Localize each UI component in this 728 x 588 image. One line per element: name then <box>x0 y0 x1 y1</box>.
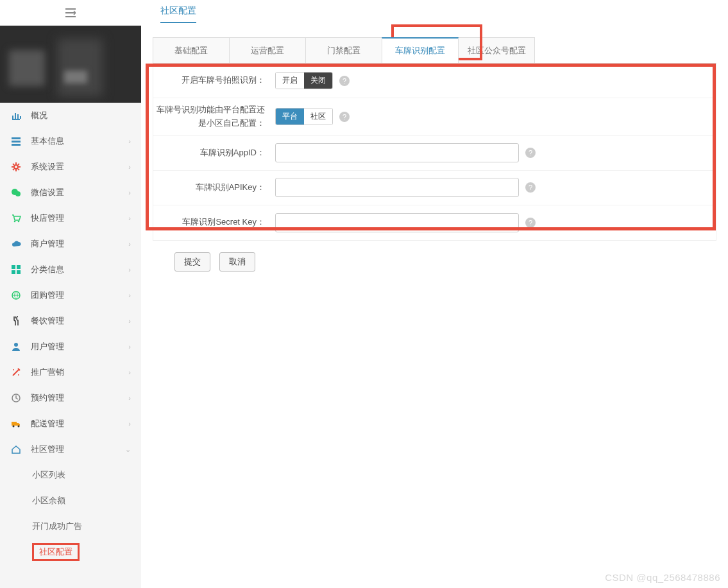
sidebar-item-2[interactable]: 系统设置› <box>0 154 141 180</box>
cart-icon <box>10 212 22 224</box>
chevron-right-icon: › <box>128 240 131 248</box>
svg-point-19 <box>18 426 20 428</box>
svg-rect-2 <box>12 144 21 146</box>
sidebar-item-9[interactable]: 用户管理› <box>0 334 141 359</box>
tab-0[interactable]: 基础配置 <box>153 37 230 63</box>
sidebar-item-1[interactable]: 基本信息› <box>0 128 141 154</box>
menu-collapse-icon <box>65 8 76 17</box>
sidebar-subitem-2[interactable]: 开门成功广告 <box>0 514 141 539</box>
wechat-icon <box>10 187 22 198</box>
tab-4[interactable]: 社区公众号配置 <box>458 37 535 63</box>
sidebar-collapse-toggle[interactable] <box>0 0 141 26</box>
input-apikey[interactable] <box>275 178 519 197</box>
list-icon <box>10 135 22 147</box>
sidebar-subitem-label: 开门成功广告 <box>32 521 82 532</box>
toggle-on-button[interactable]: 开启 <box>276 73 304 89</box>
svg-rect-17 <box>12 422 17 426</box>
main-content: 社区配置 基础配置运营配置门禁配置车牌识别配置社区公众号配置 开启车牌号拍照识别… <box>141 0 728 588</box>
sidebar-item-label: 预约管理 <box>31 392 128 404</box>
toggle-enable-recognition[interactable]: 开启 关闭 <box>275 72 333 89</box>
row-config-source: 车牌号识别功能由平台配置还是小区自己配置： 平台 社区 ? <box>153 98 716 136</box>
chevron-down-icon: ⌄ <box>125 445 131 454</box>
tab-3[interactable]: 车牌识别配置 <box>382 37 459 63</box>
svg-rect-8 <box>12 265 15 269</box>
label-secretkey: 车牌识别Secret Key： <box>153 216 269 229</box>
sidebar-item-label: 基本信息 <box>31 135 128 147</box>
gear-icon <box>10 161 22 173</box>
label-enable-recognition: 开启车牌号拍照识别： <box>153 74 269 87</box>
svg-point-18 <box>13 426 15 428</box>
sidebar-subitem-0[interactable]: 小区列表 <box>0 462 141 488</box>
help-icon[interactable]: ? <box>525 148 536 158</box>
breadcrumb: 社区配置 <box>141 0 728 26</box>
label-config-source: 车牌号识别功能由平台配置还是小区自己配置： <box>153 103 269 130</box>
label-apikey: 车牌识别APIKey： <box>153 181 269 195</box>
sidebar-item-5[interactable]: 商户管理› <box>0 231 141 257</box>
tab-2[interactable]: 门禁配置 <box>305 37 382 63</box>
toggle-off-button[interactable]: 关闭 <box>304 73 332 89</box>
sidebar-item-label: 快店管理 <box>31 212 128 224</box>
user-icon <box>10 341 22 352</box>
svg-point-13 <box>14 343 18 347</box>
tab-1[interactable]: 运营配置 <box>229 37 306 63</box>
truck-icon <box>10 418 22 429</box>
sidebar-item-label: 概况 <box>31 110 131 121</box>
sidebar-subitem-1[interactable]: 小区余额 <box>0 488 141 514</box>
cancel-button[interactable]: 取消 <box>219 252 255 272</box>
sidebar-item-10[interactable]: 推广营销› <box>0 359 141 385</box>
sidebar-subitem-label: 小区列表 <box>32 469 65 481</box>
sidebar-item-4[interactable]: 快店管理› <box>0 205 141 231</box>
help-icon[interactable]: ? <box>339 76 350 86</box>
form-actions: 提交 取消 <box>153 241 716 272</box>
chevron-right-icon: › <box>128 394 131 402</box>
svg-point-5 <box>15 191 21 196</box>
toggle-platform-button[interactable]: 平台 <box>276 108 304 125</box>
row-appid: 车牌识别AppID： ? <box>153 136 716 171</box>
input-appid[interactable] <box>275 143 519 162</box>
sidebar-item-label: 推广营销 <box>31 367 128 378</box>
sidebar-subitem-3[interactable]: 社区配置 <box>0 539 141 565</box>
sidebar-item-label: 配送管理 <box>31 418 128 429</box>
label-appid: 车牌识别AppID： <box>153 146 269 160</box>
sidebar-item-12[interactable]: 配送管理› <box>0 411 141 437</box>
wand-icon <box>10 367 22 378</box>
help-icon[interactable]: ? <box>525 218 536 228</box>
sidebar-item-0[interactable]: 概况 <box>0 103 141 128</box>
profile-panel <box>0 26 141 103</box>
breadcrumb-title[interactable]: 社区配置 <box>160 5 196 23</box>
sidebar-subitem-label: 小区余额 <box>32 495 65 506</box>
home-icon <box>10 444 22 455</box>
avatar <box>9 50 45 86</box>
sidebar-item-7[interactable]: 团购管理› <box>0 282 141 308</box>
sidebar-item-label: 微信设置 <box>31 187 128 198</box>
chevron-right-icon: › <box>128 214 131 222</box>
chevron-right-icon: › <box>128 189 131 196</box>
sidebar-item-label: 用户管理 <box>31 341 128 352</box>
row-secretkey: 车牌识别Secret Key： ? <box>153 205 716 240</box>
chevron-right-icon: › <box>128 291 131 299</box>
chevron-right-icon: › <box>128 420 131 428</box>
sidebar-item-6[interactable]: 分类信息› <box>0 257 141 282</box>
sidebar-subitem-label: 社区配置 <box>32 543 80 561</box>
chevron-right-icon: › <box>128 343 131 350</box>
sidebar-item-label: 社区管理 <box>31 444 125 455</box>
sidebar-item-3[interactable]: 微信设置› <box>0 180 141 205</box>
help-icon[interactable]: ? <box>339 112 350 122</box>
submit-button[interactable]: 提交 <box>174 252 210 272</box>
sidebar-item-label: 餐饮管理 <box>31 315 128 327</box>
toggle-community-button[interactable]: 社区 <box>304 108 332 125</box>
sidebar-item-8[interactable]: 餐饮管理› <box>0 308 141 334</box>
grid-icon <box>10 264 22 275</box>
svg-point-7 <box>18 221 20 223</box>
watermark: CSDN @qq_2568478886 <box>605 572 720 583</box>
sidebar-item-11[interactable]: 预约管理› <box>0 385 141 411</box>
chevron-right-icon: › <box>128 137 131 145</box>
sidebar-item-13[interactable]: 社区管理⌄ <box>0 437 141 462</box>
sidebar-item-label: 商户管理 <box>31 238 128 250</box>
toggle-config-source[interactable]: 平台 社区 <box>275 108 333 125</box>
tab-bar: 基础配置运营配置门禁配置车牌识别配置社区公众号配置 <box>153 37 716 64</box>
help-icon[interactable]: ? <box>525 182 536 193</box>
chart-icon <box>10 110 22 121</box>
input-secretkey[interactable] <box>275 213 519 232</box>
svg-point-15 <box>18 374 19 376</box>
